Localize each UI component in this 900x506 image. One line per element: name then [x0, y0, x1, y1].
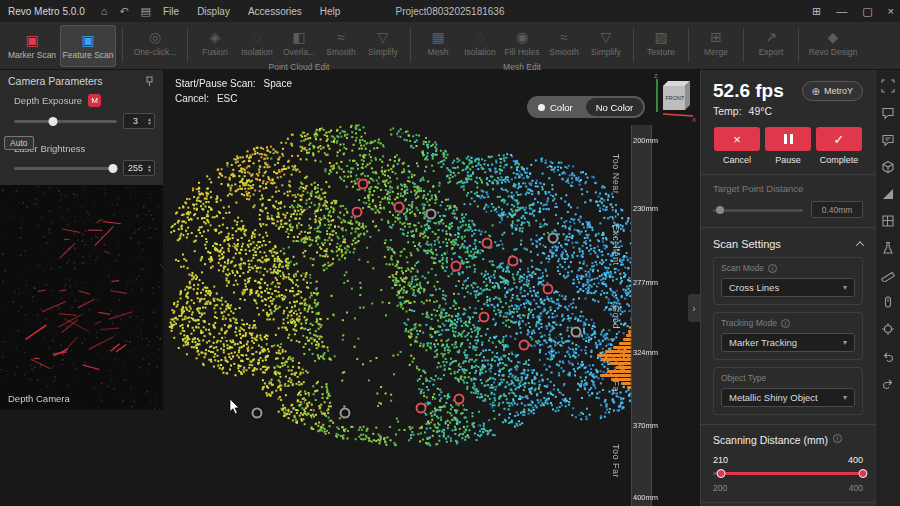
app-title: Revo Metro 5.0.0: [8, 6, 85, 17]
isolation-icon: ◌: [476, 29, 484, 45]
mouse-cursor: [229, 399, 241, 416]
tracking-mode-dropdown[interactable]: Marker Tracking ▾: [721, 333, 855, 352]
laser-brightness-slider[interactable]: [14, 163, 117, 173]
color-option[interactable]: Color: [527, 96, 584, 118]
redo-icon[interactable]: [880, 375, 896, 391]
texture-button[interactable]: ▨ Texture: [640, 25, 682, 61]
orientation-gizmo[interactable]: Z FRONT X: [645, 72, 697, 122]
depth-exposure-value[interactable]: 3 ▲▼: [123, 113, 155, 129]
cancel-scan-button[interactable]: × Cancel: [713, 127, 761, 165]
feature-scan-button[interactable]: ▣ Feature Scan: [60, 25, 116, 67]
object-type-group: Object Type Metallic Shiny Object ▾: [713, 367, 863, 415]
shortcut-hints: Start/Pause Scan:Space Cancel:ESC: [175, 76, 292, 106]
complete-icon: ✓: [834, 133, 845, 146]
shading-icon[interactable]: [880, 186, 896, 202]
mesh-simplify-button[interactable]: ▽ Simplify: [585, 25, 627, 61]
fit-view-icon[interactable]: [880, 78, 896, 94]
pause-icon: [784, 134, 793, 144]
svg-text:Z: Z: [654, 73, 658, 79]
home-icon[interactable]: ⌂: [101, 5, 108, 17]
menu-display[interactable]: Display: [197, 6, 230, 17]
pin-icon[interactable]: [144, 76, 155, 87]
pc-isolation-button[interactable]: ◌ Isolation: [236, 25, 278, 61]
fill-holes-button[interactable]: ◉ Fill Holes: [501, 25, 543, 61]
fusion-button[interactable]: ◈ Fusion: [194, 25, 236, 61]
merge-button[interactable]: ⊞ Merge: [695, 25, 737, 61]
object-type-dropdown[interactable]: Metallic Shiny Object ▾: [721, 388, 855, 407]
toolbar-separator: [688, 28, 689, 62]
toolbar-separator: [410, 28, 411, 62]
pc-smooth-button[interactable]: ≈ Smooth: [320, 25, 362, 61]
toolbar-separator: [633, 28, 634, 62]
chat-icon[interactable]: [880, 105, 896, 121]
camera-parameters-title: Camera Parameters: [8, 75, 103, 87]
save-icon[interactable]: ▤: [141, 5, 151, 18]
menu-accessories[interactable]: Accessories: [248, 6, 302, 17]
fill-holes-icon: ◉: [516, 29, 528, 45]
undo-icon[interactable]: [880, 348, 896, 364]
zone-label: Too Far: [611, 444, 621, 478]
spinner-arrows-icon[interactable]: ▲▼: [147, 117, 154, 125]
simplify-icon: ▽: [378, 29, 389, 45]
mesh-button[interactable]: ▦ Mesh: [417, 25, 459, 61]
export-button[interactable]: ↗ Export: [750, 25, 792, 61]
marker-scan-button[interactable]: ▣ Marker Scan: [4, 25, 60, 67]
revo-design-button[interactable]: ◆ Revo Design: [805, 25, 861, 61]
overlap-button[interactable]: ◧ Overla...: [278, 25, 320, 61]
spinner-arrows-icon[interactable]: ▲▼: [147, 164, 154, 172]
range-handle-max[interactable]: [859, 469, 868, 478]
scale-tick: 370mm: [632, 420, 651, 429]
cube-icon[interactable]: [880, 159, 896, 175]
chevron-down-icon: ▾: [843, 338, 847, 347]
toolbar-separator: [187, 28, 188, 62]
complete-scan-button[interactable]: ✓ Complete: [815, 127, 863, 165]
metroy-button[interactable]: ⊕ MetroY: [802, 81, 863, 101]
one-click-button[interactable]: ◎ One-click...: [129, 25, 181, 61]
overlap-icon: ◧: [292, 29, 305, 45]
isolation-icon: ◌: [253, 29, 261, 45]
revo-design-icon: ◆: [828, 29, 839, 45]
auto-exposure-button[interactable]: Auto: [4, 136, 34, 150]
target-icon[interactable]: [880, 321, 896, 337]
object-type-label: Object Type: [721, 373, 766, 383]
scan-mode-dropdown[interactable]: Cross Lines ▾: [721, 278, 855, 297]
menu-help[interactable]: Help: [320, 6, 341, 17]
scanning-distance-slider[interactable]: [713, 469, 863, 478]
hint-start-pause-key: Space: [264, 78, 292, 89]
range-handle-min[interactable]: [716, 469, 725, 478]
mesh-smooth-button[interactable]: ≈ Smooth: [543, 25, 585, 61]
flask-icon[interactable]: [880, 240, 896, 256]
feature-scan-icon: ▣: [81, 32, 94, 48]
toolbar-separator: [122, 28, 123, 62]
no-color-option[interactable]: No Color: [586, 98, 644, 116]
range-max-limit: 400: [849, 483, 863, 493]
minimize-button[interactable]: —: [836, 5, 847, 17]
manual-mode-badge[interactable]: M: [88, 94, 101, 107]
chevron-up-icon: [856, 241, 864, 249]
panel-collapse-button[interactable]: ›: [688, 294, 700, 322]
scan-settings-header[interactable]: Scan Settings: [713, 238, 863, 250]
one-click-icon: ◎: [149, 29, 161, 45]
scan-viewport[interactable]: [165, 70, 640, 506]
grid-icon[interactable]: [880, 213, 896, 229]
point-cloud-canvas[interactable]: [165, 70, 640, 506]
mesh-isolation-button[interactable]: ◌ Isolation: [459, 25, 501, 61]
cancel-icon: ×: [733, 133, 741, 146]
ruler-icon[interactable]: [880, 267, 896, 283]
pause-scan-button[interactable]: Pause: [764, 127, 812, 165]
depth-exposure-slider[interactable]: [14, 116, 117, 126]
hint-start-pause-label: Start/Pause Scan:: [175, 78, 256, 89]
mouse-icon[interactable]: [880, 294, 896, 310]
back-icon[interactable]: ↶: [119, 5, 128, 18]
layout-grid-icon[interactable]: ⊞: [812, 5, 821, 18]
maximize-button[interactable]: ▢: [862, 5, 872, 18]
menu-file[interactable]: File: [163, 6, 179, 17]
pc-simplify-button[interactable]: ▽ Simplify: [362, 25, 404, 61]
close-button[interactable]: ×: [888, 5, 894, 17]
scale-tick: 400mm: [632, 492, 651, 501]
feedback-icon[interactable]: [880, 132, 896, 148]
depth-exposure-label: Depth Exposure: [14, 95, 82, 106]
info-icon: i: [768, 264, 777, 273]
laser-brightness-value[interactable]: 255 ▲▼: [123, 160, 155, 176]
info-icon: i: [781, 319, 790, 328]
